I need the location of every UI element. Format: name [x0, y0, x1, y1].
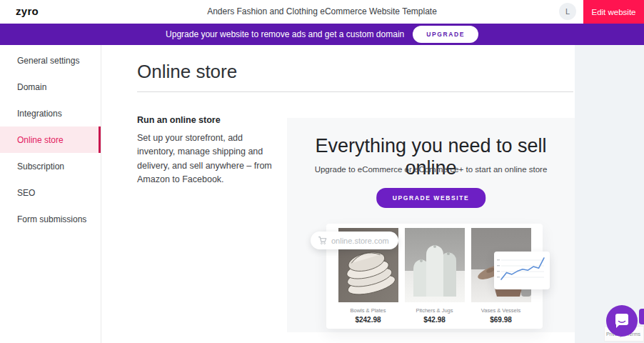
product-image-pitchers [405, 228, 465, 302]
sidebar-item-subscription[interactable]: Subscription [0, 153, 101, 179]
chat-launcher-button[interactable] [606, 305, 638, 337]
mini-line-chart [494, 252, 550, 289]
upgrade-website-button[interactable]: UPGRADE WEBSITE [376, 188, 486, 208]
sidebar-item-domain[interactable]: Domain [0, 74, 101, 100]
ecommerce-promo-card: Everything you need to sell online Upgra… [287, 118, 575, 332]
chat-side-tab [639, 309, 644, 324]
sidebar-item-integrations[interactable]: Integrations [0, 100, 101, 126]
product-price: $69.98 [471, 316, 531, 324]
title-divider [137, 91, 573, 92]
sidebar-item-online-store[interactable]: Online store [0, 126, 101, 153]
sidebar-item-form-submissions[interactable]: Form submissions [0, 206, 101, 232]
main-content: Online store Run an online store Set up … [101, 45, 575, 343]
intro-heading: Run an online store [137, 115, 280, 125]
user-avatar[interactable]: L [559, 3, 576, 20]
page-title: Online store [137, 61, 237, 83]
sidebar-item-general-settings[interactable]: General settings [0, 47, 101, 74]
page-background-strip [575, 45, 644, 343]
product-name: Bowls & Plates [338, 307, 398, 314]
top-bar: zyro Anders Fashion and Clothing eCommer… [0, 0, 644, 24]
intro-text-block: Run an online store Set up your storefro… [137, 115, 280, 187]
address-bar-pill: online.store.com [311, 232, 398, 249]
address-bar-url: online.store.com [331, 237, 389, 245]
mini-line-chart-line [501, 258, 544, 279]
site-template-title: Anders Fashion and Clothing eCommerce We… [0, 0, 644, 24]
sidebar-item-seo[interactable]: SEO [0, 179, 101, 206]
chat-icon [606, 305, 638, 337]
settings-sidebar: General settings Domain Integrations Onl… [0, 45, 101, 343]
product-price: $242.98 [338, 316, 398, 324]
upgrade-banner-button[interactable]: UPGRADE [413, 26, 478, 43]
sales-chart-card [494, 252, 550, 289]
cart-icon [318, 236, 327, 245]
product-price: $42.98 [405, 316, 465, 324]
product-name: Vases & Vessels [471, 307, 531, 314]
intro-description: Set up your storefront, add inventory, m… [137, 131, 280, 187]
upgrade-banner: Upgrade your website to remove ads and g… [0, 24, 644, 45]
product-name: Pitchers & Jugs [405, 307, 465, 314]
app-window: zyro Anders Fashion and Clothing eCommer… [0, 0, 644, 343]
product-card: Pitchers & Jugs $42.98 [405, 228, 465, 329]
edit-website-button[interactable]: Edit website [583, 0, 644, 24]
promo-subheading: Upgrade to eCommerce or eCommerce+ to st… [287, 165, 575, 174]
upgrade-banner-text: Upgrade your website to remove ads and g… [166, 29, 404, 39]
